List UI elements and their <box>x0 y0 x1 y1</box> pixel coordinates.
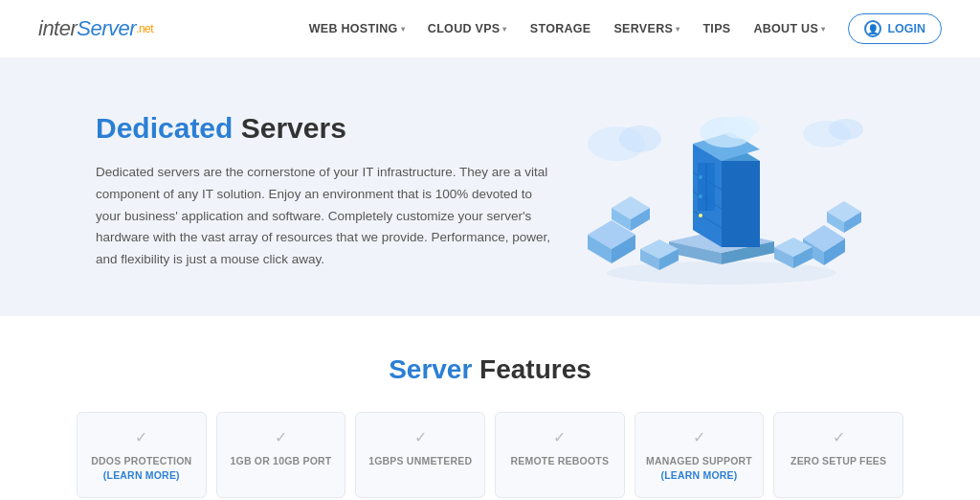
checkmark-icon: ✓ <box>275 428 287 446</box>
hero-description: Dedicated servers are the cornerstone of… <box>96 162 559 272</box>
nav-storage[interactable]: STORAGE <box>530 22 591 35</box>
feature-card: ✓1gbps Unmetered <box>355 412 485 498</box>
svg-point-3 <box>829 119 863 140</box>
checkmark-icon: ✓ <box>414 428 427 446</box>
feature-label: 1gbps Unmetered <box>368 454 472 468</box>
hero-section: Dedicated Servers Dedicated servers are … <box>0 57 980 316</box>
logo-inter: inter <box>38 16 77 41</box>
chevron-down-icon: ▾ <box>676 25 679 34</box>
feature-card: ✓MANAGED SUPPORT (LEARN MORE) <box>635 412 765 498</box>
learn-more-link[interactable]: (LEARN MORE) <box>661 469 738 481</box>
checkmark-icon: ✓ <box>135 428 147 446</box>
feature-card: ✓Remote Reboots <box>495 412 625 498</box>
svg-marker-22 <box>722 161 760 247</box>
hero-server-illustration <box>559 96 884 287</box>
checkmark-icon: ✓ <box>833 428 845 446</box>
feature-label: ZERO SETUP FEES <box>791 454 886 468</box>
features-section: Server Features ✓DDOS Protection (LEARN … <box>0 316 980 500</box>
learn-more-link[interactable]: (LEARN MORE) <box>103 469 180 481</box>
logo[interactable]: interServer.net <box>38 16 153 41</box>
checkmark-icon: ✓ <box>553 428 566 446</box>
main-nav: WEB HOSTING ▾ CLOUD VPS ▾ STORAGE SERVER… <box>309 13 942 44</box>
feature-card: ✓DDOS Protection (LEARN MORE) <box>77 412 207 498</box>
nav-web-hosting[interactable]: WEB HOSTING ▾ <box>309 22 405 35</box>
nav-cloud-vps[interactable]: CLOUD VPS ▾ <box>428 22 507 35</box>
feature-label: MANAGED SUPPORT (LEARN MORE) <box>645 454 754 482</box>
features-title: Server Features <box>77 354 903 385</box>
logo-dotnet: .net <box>136 22 153 35</box>
chevron-down-icon: ▾ <box>502 25 506 34</box>
login-button[interactable]: 👤 LOGIN <box>848 13 942 44</box>
logo-server: Server <box>77 16 136 41</box>
hero-text-block: Dedicated Servers Dedicated servers are … <box>96 112 559 272</box>
checkmark-icon: ✓ <box>693 428 705 446</box>
features-grid-row1: ✓DDOS Protection (LEARN MORE)✓1GB or 10G… <box>77 412 903 498</box>
svg-point-33 <box>722 116 760 139</box>
feature-label: 1GB or 10GB PORT <box>231 454 332 468</box>
feature-label: DDOS Protection (LEARN MORE) <box>87 454 196 482</box>
feature-label: Remote Reboots <box>511 454 610 468</box>
user-icon: 👤 <box>864 20 881 37</box>
main-header: interServer.net WEB HOSTING ▾ CLOUD VPS … <box>0 0 980 57</box>
chevron-down-icon: ▾ <box>401 25 405 34</box>
feature-card: ✓ZERO SETUP FEES <box>773 412 903 498</box>
svg-point-1 <box>619 125 661 152</box>
nav-about-us[interactable]: ABOUT US ▾ <box>753 22 825 35</box>
svg-point-29 <box>699 214 702 217</box>
nav-tips[interactable]: TIPS <box>702 22 730 35</box>
chevron-down-icon: ▾ <box>821 25 825 34</box>
hero-title: Dedicated Servers <box>96 112 559 145</box>
svg-point-4 <box>607 261 836 284</box>
feature-card: ✓1GB or 10GB PORT <box>216 412 346 498</box>
nav-servers[interactable]: SERVERS ▾ <box>613 22 679 35</box>
